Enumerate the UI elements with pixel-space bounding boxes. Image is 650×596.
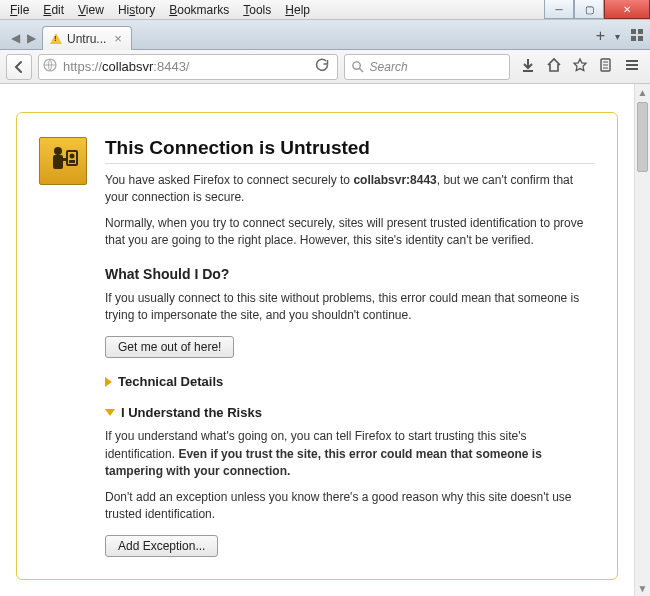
toolbar-icons [516, 57, 644, 76]
menu-help[interactable]: Help [279, 1, 316, 19]
tabstrip-right-controls: + ▾ [596, 27, 644, 45]
tabstrip-forward-icon[interactable]: ▶ [24, 31, 38, 45]
understand-risks-title: I Understand the Risks [121, 405, 262, 420]
svg-line-6 [359, 68, 363, 72]
tabstrip-back-icon[interactable]: ◀ [8, 31, 22, 45]
what-should-i-do-heading: What Should I Do? [105, 266, 595, 282]
warning-card: This Connection is Untrusted You have as… [16, 112, 618, 580]
add-exception-button[interactable]: Add Exception... [105, 535, 218, 557]
svg-rect-3 [638, 36, 643, 41]
host-name: collabsvr:8443 [353, 173, 436, 187]
back-button[interactable] [6, 54, 32, 80]
svg-rect-1 [638, 29, 643, 34]
window-minimize-button[interactable]: ─ [544, 0, 574, 19]
downloads-icon[interactable] [520, 57, 536, 76]
police-badge-icon [39, 137, 87, 185]
intro-paragraph-2: Normally, when you try to connect secure… [105, 215, 595, 250]
tab-title: Untru... [67, 32, 106, 46]
reload-button[interactable] [311, 58, 333, 75]
svg-rect-2 [631, 36, 636, 41]
viewport: This Connection is Untrusted You have as… [0, 84, 650, 596]
window-maximize-button[interactable]: ▢ [574, 0, 604, 19]
scroll-thumb[interactable] [637, 102, 648, 172]
scroll-up-arrow-icon[interactable]: ▲ [635, 84, 650, 100]
get-me-out-button[interactable]: Get me out of here! [105, 336, 234, 358]
svg-rect-0 [631, 29, 636, 34]
svg-point-19 [70, 154, 75, 159]
search-box[interactable]: Search [344, 54, 510, 80]
window-close-button[interactable]: ✕ [604, 0, 650, 19]
url-port: :8443/ [153, 59, 189, 74]
url-scheme: https:// [63, 59, 102, 74]
menu-view[interactable]: View [72, 1, 110, 19]
identity-icon[interactable] [43, 58, 57, 75]
search-placeholder: Search [370, 60, 408, 74]
bookmark-star-icon[interactable] [572, 57, 588, 76]
tab-close-icon[interactable]: × [114, 31, 122, 46]
menu-icon[interactable] [624, 57, 640, 76]
svg-rect-16 [53, 155, 63, 169]
menu-tools[interactable]: Tools [237, 1, 277, 19]
svg-point-5 [352, 62, 359, 69]
disclosure-triangle-right-icon [105, 377, 112, 387]
advice-paragraph: If you usually connect to this site with… [105, 290, 595, 325]
page-heading: This Connection is Untrusted [105, 137, 595, 164]
understand-risks-body: If you understand what's going on, you c… [105, 428, 595, 557]
intro-paragraph-1: You have asked Firefox to connect secure… [105, 172, 595, 207]
menu-file[interactable]: File [4, 1, 35, 19]
svg-point-15 [54, 147, 62, 155]
warning-icon [49, 32, 63, 46]
window-controls: ─ ▢ ✕ [544, 0, 650, 20]
menu-bookmarks[interactable]: Bookmarks [163, 1, 235, 19]
toolbar: https://collabsvr:8443/ Search [0, 50, 650, 84]
understand-risks-disclosure[interactable]: I Understand the Risks [105, 405, 595, 420]
menubar: File Edit View History Bookmarks Tools H… [4, 1, 316, 19]
risk-paragraph-2: Don't add an exception unless you know t… [105, 489, 595, 524]
home-icon[interactable] [546, 57, 562, 76]
vertical-scrollbar[interactable]: ▲ ▼ [634, 84, 650, 596]
tab-groups-icon[interactable] [630, 28, 644, 45]
page-content: This Connection is Untrusted You have as… [0, 84, 634, 596]
menu-history[interactable]: History [112, 1, 161, 19]
disclosure-triangle-down-icon [105, 409, 115, 416]
menu-edit[interactable]: Edit [37, 1, 70, 19]
reading-list-icon[interactable] [598, 57, 614, 76]
tabstrip-nav: ◀ ▶ [6, 31, 42, 49]
url-bar[interactable]: https://collabsvr:8443/ [38, 54, 338, 80]
warning-content: This Connection is Untrusted You have as… [105, 137, 595, 557]
risk-paragraph-1: If you understand what's going on, you c… [105, 428, 595, 480]
technical-details-disclosure[interactable]: Technical Details [105, 374, 595, 389]
search-icon [351, 60, 364, 73]
scroll-down-arrow-icon[interactable]: ▼ [635, 580, 650, 596]
technical-details-title: Technical Details [118, 374, 223, 389]
url-text: https://collabsvr:8443/ [63, 59, 305, 74]
window-titlebar: File Edit View History Bookmarks Tools H… [0, 0, 650, 20]
tab-dropdown-icon[interactable]: ▾ [615, 31, 620, 42]
url-host: collabsvr [102, 59, 153, 74]
svg-rect-20 [69, 160, 75, 163]
new-tab-button[interactable]: + [596, 27, 605, 45]
tab-untrusted[interactable]: Untru... × [42, 26, 132, 50]
tabstrip: ◀ ▶ Untru... × + ▾ [0, 20, 650, 50]
